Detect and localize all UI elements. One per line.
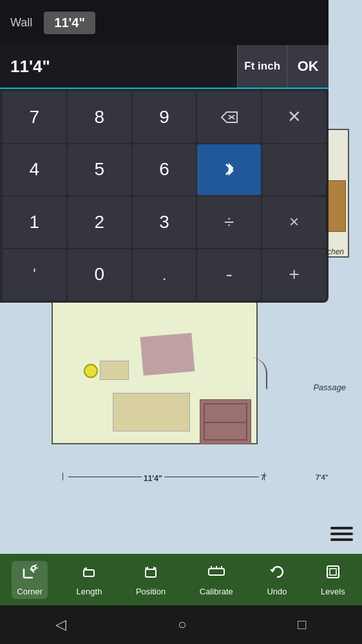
svg-rect-25 [330,569,336,575]
key-0[interactable]: 0 [68,249,131,301]
calibrate-icon [207,564,225,584]
key-9[interactable]: 9 [133,91,196,143]
keypad-grid: 7 8 9 ✕ 4 5 6 1 2 3 ÷ × ' 0 . - [0,89,329,303]
key-1[interactable]: 1 [3,196,66,248]
position-label: Position [136,587,166,596]
unit-toggle-button[interactable]: Ft inch [237,45,287,88]
nav-home-button[interactable]: ○ [165,610,199,639]
key-3[interactable]: 3 [133,196,196,248]
svg-rect-17 [209,569,224,575]
key-divide[interactable]: ÷ [197,196,261,248]
key-bluetooth[interactable] [197,144,261,196]
key-2[interactable]: 2 [68,196,131,248]
key-4[interactable]: 4 [3,144,66,196]
circle-object [84,364,98,378]
length-svg [81,564,97,580]
key-backspace[interactable] [197,91,261,143]
key-minus[interactable]: - [197,249,261,301]
key-5[interactable]: 5 [68,144,131,196]
sofa-furniture [113,393,190,431]
svg-marker-0 [222,112,237,122]
key-decimal[interactable]: . [133,249,196,301]
bottom-toolbar: Corner Length Position [0,554,362,605]
levels-svg [325,564,341,580]
hamburger-line-3 [330,538,353,541]
toolbar-item-calibrate[interactable]: Calibrate [195,564,238,596]
svg-point-6 [32,566,35,570]
input-row: Ft inch OK [0,45,329,89]
value-input[interactable] [0,45,237,88]
measurement-label: 11'4" [142,474,164,483]
calibrate-svg [207,564,225,580]
hamburger-menu-icon[interactable] [330,524,353,544]
wall-label: Wall [5,16,37,30]
backspace-icon [220,111,238,124]
keyboard-header: Wall 11'4" [0,0,329,45]
key-8[interactable]: 8 [68,91,131,143]
undo-icon [269,564,285,584]
toolbar-item-levels[interactable]: Levels [316,564,350,596]
toolbar-item-undo[interactable]: Undo [262,564,292,596]
wall-value: 11'4" [44,12,95,34]
door-arc [235,357,267,390]
carpet-furniture [140,333,195,376]
levels-icon [325,564,341,584]
undo-label: Undo [267,587,287,596]
svg-rect-24 [327,566,339,578]
nav-back-button[interactable]: ◁ [43,610,79,639]
bluetooth-icon [222,160,236,178]
small-table-furniture [100,361,129,380]
corner-svg [21,564,38,580]
toolbar-item-length[interactable]: Length [71,564,108,596]
nav-recent-button[interactable]: □ [285,610,319,639]
svg-rect-9 [84,570,94,576]
key-close[interactable]: ✕ [262,91,326,143]
position-icon [142,564,159,584]
keyboard-overlay: Wall 11'4" Ft inch OK 7 8 9 ✕ 4 5 6 [0,0,329,303]
key-empty [262,144,326,196]
nav-bar: ◁ ○ □ [0,605,362,644]
key-feet[interactable]: ' [3,249,66,301]
undo-svg [269,564,285,580]
key-plus[interactable]: + [262,249,326,301]
small-meas-2: 7'4" [316,473,329,481]
svg-rect-12 [146,569,156,577]
toolbar-item-position[interactable]: Position [131,564,171,596]
toolbar-item-corner[interactable]: Corner [12,561,48,599]
levels-label: Levels [321,587,345,596]
calibrate-label: Calibrate [200,587,233,596]
key-multiply[interactable]: × [262,196,326,248]
ok-button[interactable]: OK [287,45,329,88]
svg-line-7 [33,565,37,566]
hamburger-line-1 [330,527,353,529]
corner-label: Corner [17,587,43,596]
corner-icon [21,564,38,584]
table-furniture [200,399,251,444]
position-svg [142,564,159,580]
key-6[interactable]: 6 [133,144,196,196]
length-icon [81,564,97,584]
key-7[interactable]: 7 [3,91,66,143]
passage-label: Passage [313,383,346,392]
hamburger-line-2 [330,533,353,535]
svg-marker-23 [270,569,275,573]
length-label: Length [77,587,102,596]
